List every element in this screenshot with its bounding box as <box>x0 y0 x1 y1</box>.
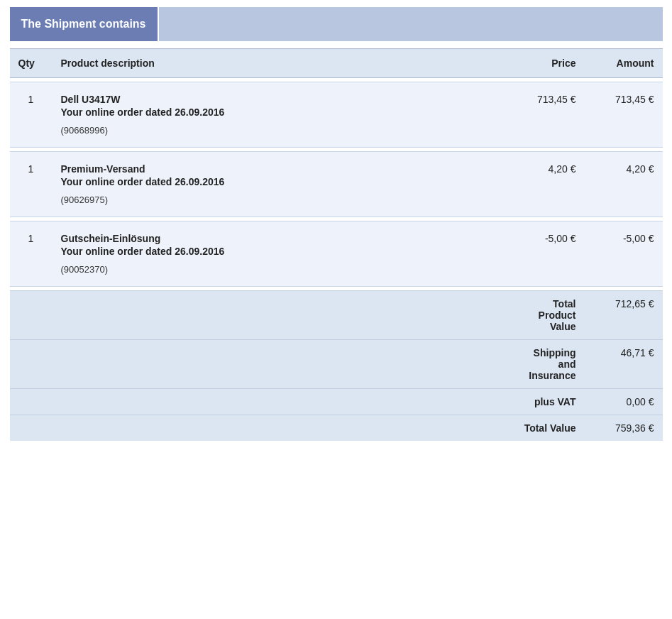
product-name: Gutschein-Einlösung <box>61 233 498 244</box>
shipping-value: 46,71 € <box>585 340 663 389</box>
product-price: 4,20 € <box>507 152 585 217</box>
product-subtitle: Your online order dated 26.09.2016 <box>61 176 498 187</box>
total-product-row: Total Product Value 712,65 € <box>10 291 663 340</box>
total-value: 759,36 € <box>585 415 663 442</box>
product-description: Premium-Versand Your online order dated … <box>53 152 507 217</box>
product-subtitle: Your online order dated 26.09.2016 <box>61 106 498 118</box>
product-description: Dell U3417W Your online order dated 26.0… <box>53 82 507 148</box>
total-label-cell <box>10 415 507 442</box>
column-header-row: Qty Product description Price Amount <box>10 49 663 78</box>
product-row: 1 Gutschein-Einlösung Your online order … <box>10 221 663 287</box>
product-amount: 713,45 € <box>585 82 663 148</box>
product-row: 1 Dell U3417W Your online order dated 26… <box>10 82 663 148</box>
product-row: 1 Premium-Versand Your online order date… <box>10 152 663 217</box>
product-name: Premium-Versand <box>61 163 498 175</box>
product-qty: 1 <box>10 152 53 217</box>
product-code: (90052370) <box>61 264 498 275</box>
product-price: -5,00 € <box>507 221 585 287</box>
total-label: Total Value <box>507 415 585 442</box>
product-description: Gutschein-Einlösung Your online order da… <box>53 221 507 287</box>
header-title: The Shipment contains <box>10 7 159 41</box>
total-product-value: 712,65 € <box>585 291 663 340</box>
product-code: (90668996) <box>61 125 498 136</box>
col-header-amount: Amount <box>585 49 663 78</box>
product-code: (90626975) <box>61 195 498 205</box>
product-qty: 1 <box>10 82 53 148</box>
total-product-label-cell <box>10 291 507 340</box>
col-header-qty: Qty <box>10 49 53 78</box>
vat-row: plus VAT 0,00 € <box>10 389 663 415</box>
vat-label: plus VAT <box>507 389 585 415</box>
header-right-fill <box>159 7 663 41</box>
shipping-label: Shipping and Insurance <box>507 340 585 389</box>
header-bar: The Shipment contains <box>10 7 663 41</box>
vat-value: 0,00 € <box>585 389 663 415</box>
shipping-label-cell <box>10 340 507 389</box>
main-container: The Shipment contains Qty Product descri… <box>10 7 663 441</box>
col-header-price: Price <box>507 49 585 78</box>
shipping-row: Shipping and Insurance 46,71 € <box>10 340 663 389</box>
product-subtitle: Your online order dated 26.09.2016 <box>61 246 498 257</box>
total-row: Total Value 759,36 € <box>10 415 663 442</box>
product-name: Dell U3417W <box>61 94 498 105</box>
product-price: 713,45 € <box>507 82 585 148</box>
product-qty: 1 <box>10 221 53 287</box>
vat-label-cell <box>10 389 507 415</box>
product-amount: -5,00 € <box>585 221 663 287</box>
total-product-label: Total Product Value <box>507 291 585 340</box>
col-header-description: Product description <box>53 49 507 78</box>
shipment-table: Qty Product description Price Amount 1 D… <box>10 48 663 441</box>
product-amount: 4,20 € <box>585 152 663 217</box>
